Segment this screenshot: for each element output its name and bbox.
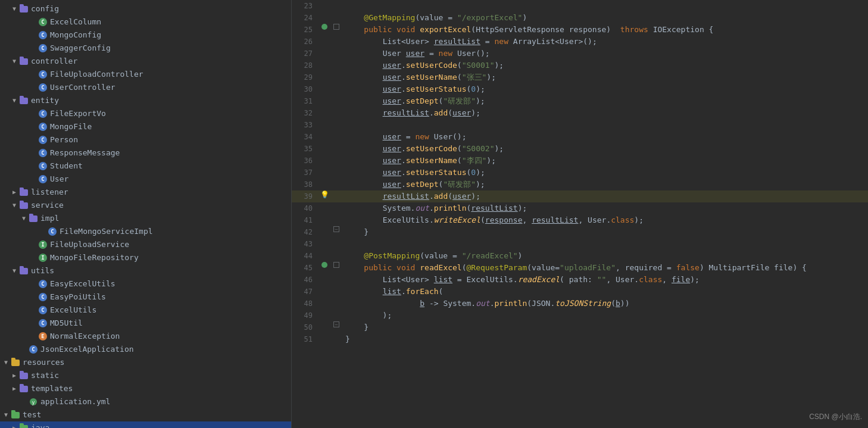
sidebar-item-resources[interactable]: ▼ resources — [0, 356, 291, 369]
sidebar-item-Student[interactable]: ▶ C Student — [0, 160, 291, 173]
line-gutter: 💡 — [319, 190, 330, 199]
line-number: 25 — [292, 24, 319, 36]
sidebar-item-NormalException[interactable]: ▶ E NormalException — [0, 330, 291, 343]
fold-icon[interactable] — [333, 262, 339, 268]
code-line-37: 37 user.setUserStatus(0); — [292, 167, 868, 179]
sidebar-item-JsonExcelApplication[interactable]: ▶ C JsonExcelApplication — [0, 343, 291, 356]
sidebar-item-service[interactable]: ▼ service — [0, 199, 291, 212]
code-line-26: 26 List<User> resultList = new ArrayList… — [292, 36, 868, 48]
code-line-34: 34 user = new User(); — [292, 131, 868, 143]
code-content: user = new User(); — [342, 131, 868, 143]
code-line-41: 41 ExcelUtils.writeExcel(response, resul… — [292, 214, 868, 226]
sidebar-item-label: Student — [50, 160, 83, 172]
sidebar-item-EasyPoiUtils[interactable]: ▶ C EasyPoiUtils — [0, 290, 291, 304]
class-icon: C — [38, 122, 48, 132]
code-content: } — [342, 226, 868, 238]
sidebar-item-MongoFileRepository[interactable]: ▶ I MongoFileRepository — [0, 251, 291, 264]
run-icon[interactable] — [321, 262, 327, 268]
sidebar-item-SwaggerConfig[interactable]: ▶ C SwaggerConfig — [0, 42, 291, 55]
sidebar-item-FileUploadController[interactable]: ▶ C FileUploadController — [0, 68, 291, 81]
fold-icon[interactable]: − — [333, 226, 339, 232]
sidebar-item-listener[interactable]: ▶ listener — [0, 186, 291, 199]
sidebar-item-ResponseMessage[interactable]: ▶ C ResponseMessage — [0, 146, 291, 160]
exception-icon: E — [38, 332, 48, 341]
code-line-33: 33 — [292, 119, 868, 131]
code-line-32: 32 resultList.add(user); — [292, 107, 868, 119]
line-number: 37 — [292, 167, 319, 179]
sidebar-item-UserController[interactable]: ▶ C UserController — [0, 81, 291, 94]
sidebar-item-FileExportVo[interactable]: ▶ C FileExportVo — [0, 107, 291, 120]
code-line-45: 45 public void readExcel(@RequestParam(v… — [292, 262, 868, 274]
sidebar-item-label: templates — [31, 383, 73, 395]
class-icon: I — [38, 240, 48, 249]
code-content: ExcelUtils.writeExcel(response, resultLi… — [342, 214, 868, 226]
line-number: 39 — [292, 190, 319, 202]
code-content: b -> System.out.println(JSON.toJSONStrin… — [342, 298, 868, 310]
sidebar-item-templates[interactable]: ▶ templates — [0, 382, 291, 395]
class-icon: C — [48, 227, 57, 236]
sidebar-item-config[interactable]: ▼ config — [0, 2, 291, 15]
folder-green-icon — [11, 410, 20, 420]
code-content: public void readExcel(@RequestParam(valu… — [342, 262, 868, 274]
code-content: User user = new User(); — [342, 48, 868, 60]
code-line-39: 39 💡 resultList.add(user); — [292, 190, 868, 202]
sidebar-item-ExcelUtils[interactable]: ▶ C ExcelUtils — [0, 304, 291, 317]
sidebar-item-MD5Util[interactable]: ▶ C MD5Util — [0, 317, 291, 330]
line-gutter2 — [330, 24, 342, 30]
sidebar-item-controller[interactable]: ▼ controller — [0, 55, 291, 68]
line-number: 47 — [292, 286, 319, 298]
code-line-46: 46 List<User> list = ExcelUtils.readExce… — [292, 274, 868, 286]
line-number: 43 — [292, 238, 319, 250]
collapse-arrow: ▼ — [19, 213, 29, 224]
sidebar-item-EasyExcelUtils[interactable]: ▶ C EasyExcelUtils — [0, 277, 291, 290]
collapse-arrow: ▶ — [10, 383, 19, 395]
fold-icon[interactable]: − — [333, 321, 339, 327]
sidebar-item-label: static — [31, 370, 59, 382]
class-icon: C — [38, 161, 48, 171]
folder-icon — [29, 214, 38, 223]
code-line-48: 48 b -> System.out.println(JSON.toJSONSt… — [292, 298, 868, 310]
sidebar-item-utils[interactable]: ▼ utils — [0, 264, 291, 277]
sidebar-item-MongoFile[interactable]: ▶ C MongoFile — [0, 120, 291, 133]
sidebar-item-label: ExcelUtils — [50, 304, 96, 316]
class-icon: C — [38, 83, 48, 92]
sidebar-item-entity[interactable]: ▼ entity — [0, 94, 291, 107]
code-line-51: 51 } — [292, 333, 868, 345]
collapse-arrow: ▼ — [10, 3, 19, 15]
class-icon: C — [29, 345, 38, 354]
folder-icon — [11, 358, 20, 367]
fold-icon[interactable] — [333, 24, 339, 30]
sidebar-item-test[interactable]: ▼ test — [0, 408, 291, 421]
code-content: } — [342, 321, 868, 333]
class-icon: C — [38, 318, 48, 328]
class-icon: C — [38, 43, 48, 53]
line-number: 36 — [292, 155, 319, 167]
sidebar-item-label: MongoFileRepository — [50, 252, 139, 264]
line-number: 46 — [292, 274, 319, 286]
sidebar-item-application-yml[interactable]: ▶ y application.yml — [0, 395, 291, 408]
sidebar-item-static[interactable]: ▶ static — [0, 369, 291, 382]
class-icon: C — [38, 135, 48, 145]
sidebar-item-User[interactable]: ▶ C User — [0, 173, 291, 186]
sidebar-item-Person[interactable]: ▶ C Person — [0, 133, 291, 146]
sidebar-item-FileUploadService[interactable]: ▶ I FileUploadService — [0, 238, 291, 251]
code-content: List<User> list = ExcelUtils.readExcel( … — [342, 274, 868, 286]
sidebar-item-label: FileUploadController — [50, 68, 143, 80]
sidebar-item-FileMongoServiceImpl[interactable]: ▶ C FileMongoServiceImpl — [0, 225, 291, 238]
code-line-50: 50 − } — [292, 321, 868, 333]
lightbulb-icon[interactable]: 💡 — [320, 190, 329, 199]
code-content: user.setUserCode("S0001"); — [342, 60, 868, 71]
run-icon[interactable] — [321, 24, 327, 30]
sidebar-item-ExcelColumn[interactable]: ▶ C ExcelColumn — [0, 15, 291, 29]
sidebar-item-impl[interactable]: ▼ impl — [0, 212, 291, 225]
sidebar-item-MongoConfig[interactable]: ▶ C MongoConfig — [0, 29, 291, 42]
sidebar-item-java[interactable]: ▶ java — [0, 421, 291, 428]
folder-green-icon — [19, 423, 29, 428]
line-number: 44 — [292, 250, 319, 262]
class-icon: C — [38, 70, 48, 79]
sidebar-item-label: MD5Util — [50, 317, 83, 329]
collapse-arrow: ▼ — [10, 55, 19, 67]
line-number: 24 — [292, 12, 319, 24]
code-line-35: 35 user.setUserCode("S0002"); — [292, 143, 868, 155]
sidebar-item-label: User — [50, 173, 68, 185]
